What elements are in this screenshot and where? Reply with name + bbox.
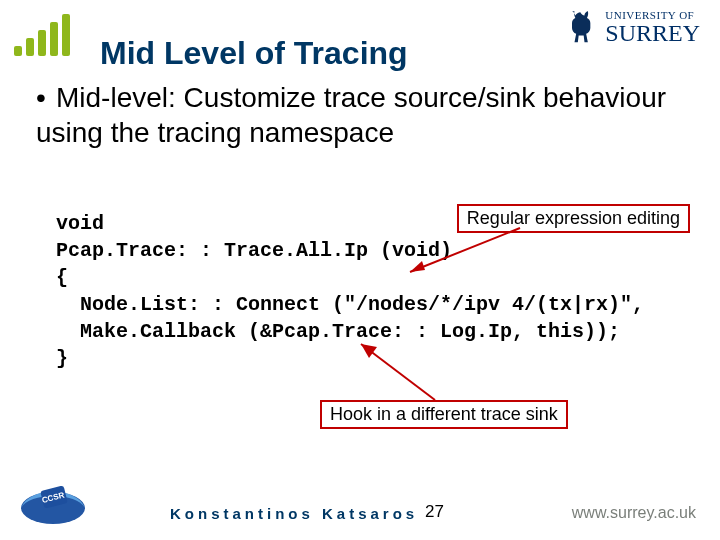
bullet-main: •Mid-level: Customize trace source/sink … (36, 80, 684, 150)
logo-university-of-surrey: UNIVERSITY OF SURREY (565, 8, 700, 48)
arrow-regex (400, 228, 530, 278)
svg-line-0 (410, 228, 520, 272)
arrow-hook (355, 338, 465, 408)
slide-title: Mid Level of Tracing (100, 35, 408, 72)
svg-marker-1 (410, 261, 425, 272)
footer-url: www.surrey.ac.uk (572, 504, 696, 522)
bullet-text: Mid-level: Customize trace source/sink b… (36, 82, 666, 148)
footer-page-number: 27 (425, 502, 444, 522)
uni-label-large: SURREY (605, 21, 700, 46)
stag-icon (565, 8, 599, 48)
footer-author: Konstantinos Katsaros (170, 505, 418, 522)
svg-marker-3 (361, 344, 377, 358)
logo-ccsr: CCSR (18, 476, 88, 526)
logo-signal-bars (14, 12, 70, 56)
